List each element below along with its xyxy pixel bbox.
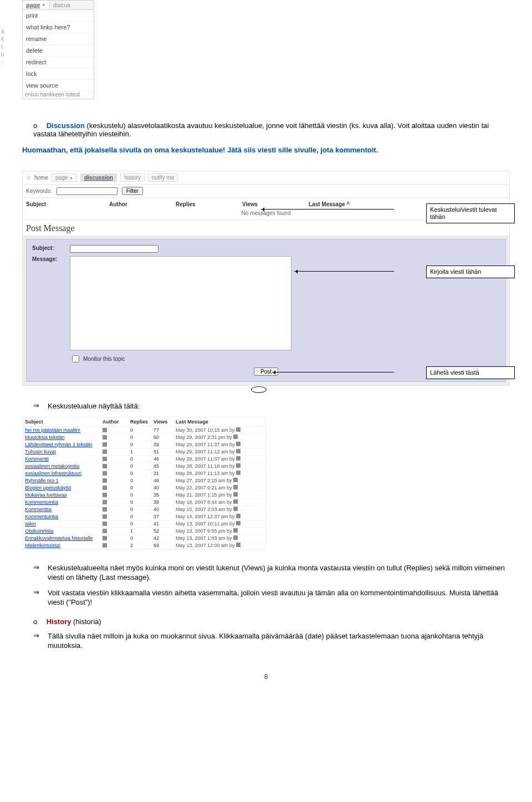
col-replies: Replies [176, 201, 242, 207]
menu-item-delete[interactable]: delete [23, 45, 94, 57]
user-icon [236, 427, 241, 432]
col-author: Author [109, 201, 176, 207]
message-label: Message: [32, 256, 64, 262]
monitor-checkbox[interactable] [72, 355, 79, 362]
table-row: Tuhosin kuvat151May 29, 2007 11:12 am by [23, 448, 265, 456]
last-message-cell: May 29, 2007 11:12 am by [176, 449, 263, 454]
subject-link[interactable]: Lähdeviitteet ryhmän 1 tekstiin [25, 442, 103, 447]
replies-cell: 1 [130, 449, 154, 454]
subject-link[interactable]: Kommentointia [25, 499, 103, 505]
chevron-down-icon: ▼ [69, 176, 73, 180]
table-row: Ennakkovalmisteluja historialle042May 13… [23, 535, 265, 542]
last-message-cell: May 29, 2007 11:37 am by [176, 442, 263, 447]
page-number: 8 [22, 673, 510, 681]
menu-item-print[interactable]: print [23, 10, 94, 22]
user-icon [103, 543, 107, 548]
subject-link[interactable]: Ennakkovalmisteluja historialle [25, 535, 103, 541]
subject-link[interactable]: sosiaalinen metakognitio [25, 463, 103, 469]
user-icon [103, 471, 107, 476]
user-icon [233, 528, 238, 533]
table-row: Kommenttia040May 15, 2007 2:03 am by [23, 506, 265, 513]
user-icon [236, 543, 241, 547]
subject-link[interactable]: wikin [25, 521, 103, 527]
author-cell [103, 543, 130, 548]
table-row: Otsikoinnista152May 13, 2007 9:55 pm by [23, 528, 265, 535]
replies-cell: 0 [130, 471, 154, 476]
user-icon [103, 457, 107, 461]
tab-discussion[interactable]: discussion [80, 173, 117, 182]
last-message-cell: May 30, 2007 10:15 am by [176, 427, 263, 433]
menu-item-view-source[interactable]: view source [23, 80, 94, 91]
user-icon [103, 493, 107, 497]
home-link[interactable]: home [34, 175, 48, 181]
user-icon [236, 463, 241, 468]
col-author: Author [103, 419, 130, 425]
menu-item-rename[interactable]: rename [23, 33, 94, 45]
menu-item-links-here[interactable]: what links here? [23, 22, 94, 33]
last-message-cell: May 18, 2007 8:44 am by [176, 499, 263, 505]
arrow-to-messages [261, 209, 394, 210]
table-row: Blogien opetuskäyttö040May 22, 2007 9:21… [23, 484, 265, 492]
subject-link[interactable]: sosiaalinen infrastruktuuri [25, 471, 103, 476]
replies-cell: 0 [130, 463, 154, 469]
replies-cell: 1 [130, 528, 154, 534]
author-cell [103, 442, 130, 447]
user-icon [103, 522, 107, 526]
callout-messages-here: Keskustelu/viestit tulevat tähän [426, 203, 515, 223]
author-cell [103, 456, 130, 462]
user-icon [103, 428, 107, 432]
filter-button[interactable]: Filter [122, 187, 143, 195]
author-cell [103, 463, 130, 469]
menu-item-redirect[interactable]: redirect [23, 57, 94, 68]
history-paragraph: ⇒ Tällä sivulla näet milloin ja kuka on … [33, 631, 510, 651]
subject-link[interactable]: Mielenkiintoista! [25, 543, 103, 548]
replies-cell: 0 [130, 499, 154, 505]
keywords-input[interactable] [57, 187, 117, 195]
views-cell: 69 [154, 543, 176, 548]
subject-link[interactable]: Blogien opetuskäyttö [25, 485, 103, 491]
views-cell: 31 [154, 471, 176, 476]
last-message-cell: May 27, 2007 2:10 am by [176, 478, 263, 483]
subject-link[interactable]: Tuhosin kuvat [25, 449, 103, 454]
truncated-text: entuu hankkeen toteut [23, 91, 94, 99]
views-cell: 77 [154, 427, 176, 433]
discuss-tab-partial[interactable]: discus [50, 1, 74, 9]
menu-item-lock[interactable]: lock [23, 68, 94, 80]
replies-cell: 0 [130, 456, 154, 462]
message-textarea[interactable] [70, 256, 291, 350]
callout-send-here: Lähetä viesti tästä [426, 366, 515, 379]
user-icon [236, 442, 241, 446]
user-icon [103, 486, 107, 490]
subject-link[interactable]: Kommentointia [25, 514, 103, 519]
user-icon [233, 535, 238, 540]
subject-input[interactable] [70, 245, 158, 253]
subject-link[interactable]: Otsikoinnista [25, 528, 103, 534]
user-icon [236, 514, 241, 518]
subject-link[interactable]: Kommenttia [25, 507, 103, 512]
col-subject: Subject [26, 201, 109, 207]
author-cell [103, 485, 130, 491]
table-row: Kommentointia038May 18, 2007 8:44 am by [23, 499, 265, 506]
user-icon [103, 478, 107, 483]
last-message-cell: May 28, 2007 11:18 am by [176, 463, 263, 469]
author-cell [103, 449, 130, 454]
subject-link[interactable]: hei me päästään maaliin! [25, 427, 103, 433]
tab-notify[interactable]: notify me [148, 173, 178, 182]
views-cell: 60 [154, 435, 176, 440]
replies-cell: 0 [130, 442, 154, 447]
views-cell: 45 [154, 463, 176, 469]
last-message-cell: May 13, 2007 9:55 pm by [176, 528, 263, 534]
user-icon [233, 478, 238, 482]
subject-link[interactable]: Kommentti [25, 456, 103, 462]
tab-history[interactable]: history [120, 173, 144, 182]
subject-link[interactable]: Muutoksia tekstiin [25, 435, 103, 440]
last-message-cell: May 13, 2007 10:11 pm by [176, 521, 263, 527]
replies-cell: 0 [130, 492, 154, 498]
page-tab[interactable]: page ▼ [23, 1, 50, 9]
subject-link[interactable]: Mukavaa luettavaa [25, 492, 103, 498]
last-message-cell: May 13, 2007 1:03 am by [176, 535, 263, 541]
author-cell [103, 478, 130, 483]
table-row: wikin041May 13, 2007 10:11 pm by [23, 520, 265, 528]
tab-page[interactable]: page ▼ [52, 173, 77, 182]
subject-link[interactable]: Ryhmälle nro 1 [25, 478, 103, 483]
